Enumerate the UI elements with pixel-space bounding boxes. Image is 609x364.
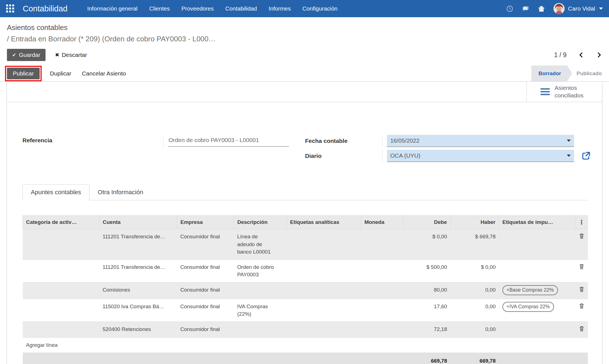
cell-company[interactable]: Consumidor final [177,299,234,322]
journal-item-row[interactable]: 111201 Transferencia de…Consumidor final… [23,229,588,260]
cell-currency[interactable] [361,282,403,299]
cell-description[interactable]: Orden de cobro PAY0003 [234,259,287,282]
cell-debit[interactable]: 72,18 [403,322,451,338]
journal-item-row[interactable]: 111201 Transferencia de…Consumidor final… [23,259,588,282]
cell-company[interactable]: Consumidor final [177,322,234,338]
delete-row-button[interactable] [575,259,588,282]
reference-input[interactable]: Orden de cobro PAY0003 - L00001 [168,135,289,147]
cell-description[interactable]: Línea de adeudo de banco L00001 [234,229,287,260]
cell-asset-category[interactable] [23,299,99,322]
cell-account[interactable]: 111201 Transferencia de… [99,229,177,260]
cell-tax-tags[interactable] [499,259,575,282]
post-button[interactable]: Publicar [7,68,40,79]
optional-columns-icon[interactable]: ⋮ [575,216,588,229]
cell-currency[interactable] [361,259,403,282]
col-header-cuenta[interactable]: Cuenta [99,216,177,229]
cell-currency[interactable] [361,322,403,338]
journal-input[interactable]: OCA (UYU) [387,150,574,162]
cell-analytic-tags[interactable] [287,322,361,338]
tax-tag-pill[interactable]: +Base Compras 22% [502,285,558,295]
cell-account[interactable]: 111201 Transferencia de… [99,259,177,282]
cell-tax-tags[interactable] [499,229,575,260]
cancel-entry-button[interactable]: Cancelar Asiento [82,70,126,77]
cell-account[interactable]: 520400 Retenciones [99,322,177,338]
reconciled-entries-button[interactable]: Asientos conciliados [527,82,602,102]
cell-account[interactable]: 115020 Iva Compras Bá… [99,299,177,322]
cell-analytic-tags[interactable] [287,282,361,299]
nav-item-clientes[interactable]: Clientes [143,0,175,17]
messages-chat-icon[interactable] [522,5,529,12]
cell-asset-category[interactable] [23,229,99,260]
tax-tag-pill[interactable]: +IVA Compras 22% [502,302,554,312]
discard-button[interactable]: ✖ Descartar [55,52,87,58]
cell-credit[interactable]: $ 0,00 [451,259,499,282]
cell-company[interactable]: Consumidor final [177,282,234,299]
col-header-categoria-de-activ[interactable]: Categoría de activ… [23,216,99,229]
delete-row-button[interactable] [575,282,588,299]
cell-company[interactable]: Consumidor final [177,229,234,260]
cell-description[interactable] [234,322,287,338]
col-header-debe[interactable]: Debe [403,216,451,229]
journal-item-row[interactable]: 520400 RetencionesConsumidor final72,180… [23,322,588,338]
journal-item-row[interactable]: ComisionesConsumidor final80,000,00+Base… [23,282,588,299]
delete-row-button[interactable] [575,322,588,338]
cell-debit[interactable]: 17,60 [403,299,451,322]
cell-asset-category[interactable] [23,259,99,282]
cell-currency[interactable] [361,229,403,260]
cell-credit[interactable]: $ 669,78 [451,229,499,260]
delete-row-button[interactable] [575,229,588,260]
delete-row-button[interactable] [575,299,588,322]
apps-menu-icon[interactable] [6,4,14,13]
nav-item-contabilidad[interactable]: Contabilidad [220,0,263,17]
col-header-descripcion[interactable]: Descripción [234,216,287,229]
col-header-moneda[interactable]: Moneda [361,216,403,229]
app-title[interactable]: Contabilidad [23,4,67,13]
tab-other-info[interactable]: Otra Información [89,184,152,200]
col-header-etiquetas-de-impu[interactable]: Etiquetas de impu… [499,216,575,229]
cell-account[interactable]: Comisiones [99,282,177,299]
notebook-tabs: Apuntes contables Otra Información [22,184,588,200]
cell-debit[interactable]: $ 0,00 [403,229,451,260]
cell-credit[interactable]: 0,00 [451,299,499,322]
cell-analytic-tags[interactable] [287,229,361,260]
cell-asset-category[interactable] [23,322,99,338]
gift-icon[interactable] [538,5,545,12]
journal-item-row[interactable]: 115020 Iva Compras Bá…Consumidor finalIV… [23,299,588,322]
nav-item-proveedores[interactable]: Proveedores [175,0,219,17]
state-draft[interactable]: Borrador [531,65,572,81]
breadcrumb-parent-link[interactable]: Asientos contables [7,23,602,32]
nav-item-configuracion[interactable]: Configuración [296,0,343,17]
pager-previous-icon[interactable] [578,52,584,58]
col-header-haber[interactable]: Haber [451,216,499,229]
accounting-date-input[interactable]: 16/05/2022 [387,135,574,147]
nav-item-informacion-general[interactable]: Información general [81,0,143,17]
cell-tax-tags[interactable] [499,322,575,338]
duplicate-button[interactable]: Duplicar [50,70,71,77]
cell-tax-tags[interactable]: +Base Compras 22% [499,282,575,299]
pager-next-icon[interactable] [596,52,602,58]
annotation-highlight-box: Publicar [5,66,42,81]
cell-asset-category[interactable] [23,282,99,299]
cell-credit[interactable]: 0,00 [451,322,499,338]
col-header-empresa[interactable]: Empresa [177,216,234,229]
cell-description[interactable]: IVA Compras (22%) [234,299,287,322]
state-posted[interactable]: Publicado [572,65,609,81]
pager-counter[interactable]: 1 / 9 [554,51,567,59]
activities-clock-icon[interactable] [506,5,514,12]
col-header-etiquetas-analiticas[interactable]: Etiquetas analíticas [287,216,361,229]
cell-debit[interactable]: 80,00 [403,282,451,299]
cell-company[interactable]: Consumidor final [177,259,234,282]
cell-credit[interactable]: 0,00 [451,282,499,299]
tab-journal-items[interactable]: Apuntes contables [22,184,89,200]
nav-item-informes[interactable]: Informes [263,0,297,17]
user-menu[interactable]: Caro Vidal [553,3,603,14]
save-button[interactable]: ✔ Guardar [7,49,46,61]
cell-analytic-tags[interactable] [287,259,361,282]
external-link-icon[interactable] [581,151,591,161]
cell-tax-tags[interactable]: +IVA Compras 22% [499,299,575,322]
cell-analytic-tags[interactable] [287,299,361,322]
cell-debit[interactable]: $ 500,00 [403,259,451,282]
add-line-link[interactable]: Agregar línea [23,338,588,353]
cell-description[interactable] [234,282,287,299]
cell-currency[interactable] [361,299,403,322]
